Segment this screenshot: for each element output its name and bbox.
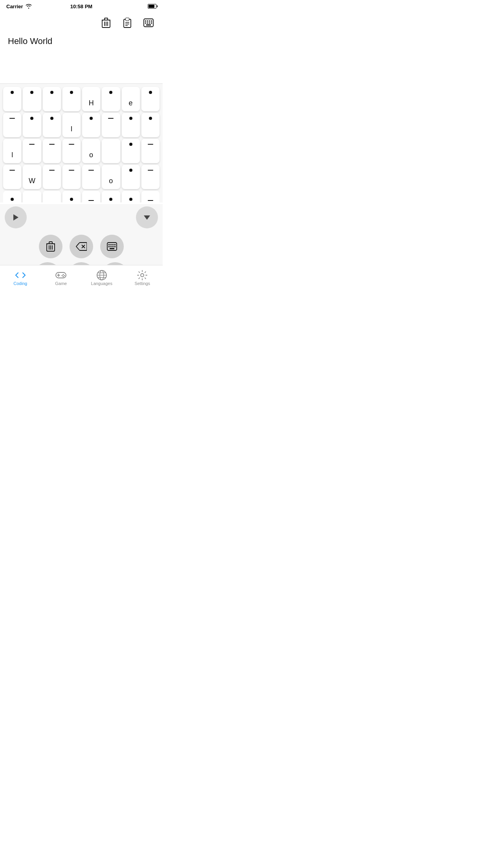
wifi-icon bbox=[26, 4, 32, 9]
braille-cell-l[interactable]: l bbox=[62, 113, 81, 137]
text-area: Hello World bbox=[0, 32, 163, 83]
braille-cell[interactable] bbox=[43, 113, 61, 137]
braille-cell[interactable] bbox=[43, 87, 61, 111]
coding-icon bbox=[15, 270, 26, 280]
game-icon bbox=[55, 270, 66, 280]
braille-cell[interactable] bbox=[122, 165, 140, 189]
svg-point-49 bbox=[64, 275, 65, 276]
svg-rect-41 bbox=[110, 248, 114, 249]
svg-rect-39 bbox=[112, 246, 114, 247]
braille-cell-e[interactable]: e bbox=[122, 87, 140, 111]
partial-cell[interactable] bbox=[23, 191, 41, 202]
battery-icon bbox=[148, 4, 156, 9]
tab-bar: Coding Game Languages bbox=[0, 265, 163, 289]
svg-point-51 bbox=[63, 276, 64, 277]
carrier-label: Carrier bbox=[6, 4, 23, 9]
status-left: Carrier bbox=[6, 4, 32, 9]
svg-marker-23 bbox=[144, 215, 150, 220]
braille-cell-l2[interactable]: l bbox=[3, 139, 21, 163]
braille-cell[interactable] bbox=[122, 139, 140, 163]
svg-rect-19 bbox=[149, 22, 150, 24]
braille-cell[interactable] bbox=[23, 87, 41, 111]
tab-languages-label: Languages bbox=[91, 281, 112, 286]
svg-rect-34 bbox=[110, 244, 112, 245]
braille-row-2: l bbox=[3, 113, 160, 137]
tab-game-label: Game bbox=[55, 281, 67, 286]
svg-rect-13 bbox=[145, 20, 146, 22]
toolbar-delete-button[interactable] bbox=[100, 17, 112, 29]
svg-rect-33 bbox=[108, 244, 110, 245]
svg-rect-16 bbox=[151, 20, 152, 22]
toolbar-clipboard-button[interactable] bbox=[121, 17, 134, 29]
action-row-1 bbox=[0, 232, 163, 261]
braille-cell-W[interactable]: W bbox=[23, 165, 41, 189]
play-button[interactable] bbox=[5, 206, 27, 228]
tab-settings[interactable]: Settings bbox=[122, 270, 163, 286]
braille-cell[interactable] bbox=[141, 113, 160, 137]
braille-cell[interactable] bbox=[82, 165, 100, 189]
status-right bbox=[148, 4, 156, 9]
braille-row-3: l o bbox=[3, 139, 160, 163]
braille-cell[interactable] bbox=[43, 165, 61, 189]
action-delete-button[interactable] bbox=[39, 235, 62, 258]
action-keyboard-button[interactable] bbox=[100, 235, 124, 258]
control-row bbox=[0, 204, 163, 232]
svg-marker-22 bbox=[13, 214, 18, 221]
svg-rect-20 bbox=[151, 22, 152, 24]
braille-cell[interactable] bbox=[102, 113, 120, 137]
text-content: Hello World bbox=[8, 36, 52, 46]
partial-cell[interactable] bbox=[3, 191, 21, 202]
settings-icon bbox=[137, 270, 148, 280]
braille-partial-row bbox=[3, 191, 160, 202]
tab-game[interactable]: Game bbox=[41, 270, 82, 286]
svg-rect-17 bbox=[145, 22, 146, 24]
braille-cell[interactable] bbox=[141, 87, 160, 111]
partial-cell[interactable] bbox=[43, 191, 61, 202]
braille-cell[interactable] bbox=[82, 113, 100, 137]
braille-cell[interactable] bbox=[141, 139, 160, 163]
svg-rect-15 bbox=[149, 20, 150, 22]
braille-cell[interactable] bbox=[62, 139, 81, 163]
partial-cell[interactable] bbox=[122, 191, 140, 202]
braille-row-1: H e bbox=[3, 84, 160, 111]
braille-cell[interactable] bbox=[43, 139, 61, 163]
partial-cell[interactable] bbox=[62, 191, 81, 202]
braille-cell[interactable] bbox=[102, 87, 120, 111]
tab-coding[interactable]: Coding bbox=[0, 270, 41, 286]
svg-rect-8 bbox=[126, 18, 129, 20]
svg-point-48 bbox=[63, 274, 64, 275]
tab-languages[interactable]: Languages bbox=[81, 270, 122, 286]
braille-cell[interactable] bbox=[23, 113, 41, 137]
braille-cell[interactable] bbox=[23, 139, 41, 163]
braille-cell[interactable] bbox=[62, 87, 81, 111]
svg-rect-37 bbox=[108, 246, 110, 247]
braille-cell[interactable] bbox=[3, 165, 21, 189]
svg-rect-40 bbox=[114, 246, 116, 247]
braille-cell[interactable] bbox=[3, 87, 21, 111]
braille-cell-o2[interactable]: o bbox=[102, 165, 120, 189]
svg-rect-35 bbox=[112, 244, 114, 245]
braille-cell[interactable] bbox=[3, 113, 21, 137]
down-button[interactable] bbox=[136, 206, 158, 228]
languages-icon bbox=[96, 270, 107, 280]
braille-cell[interactable] bbox=[62, 165, 81, 189]
svg-rect-21 bbox=[146, 24, 151, 26]
braille-cell-o[interactable]: o bbox=[82, 139, 100, 163]
action-backspace-button[interactable] bbox=[70, 235, 93, 258]
braille-cell[interactable] bbox=[141, 165, 160, 189]
braille-cell-H[interactable]: H bbox=[82, 87, 100, 111]
braille-cell[interactable] bbox=[122, 113, 140, 137]
svg-rect-36 bbox=[114, 244, 116, 245]
partial-cell[interactable] bbox=[102, 191, 120, 202]
partial-cell[interactable] bbox=[141, 191, 160, 202]
svg-rect-38 bbox=[110, 246, 112, 247]
partial-cell[interactable] bbox=[82, 191, 100, 202]
toolbar-keyboard-button[interactable] bbox=[142, 17, 155, 29]
braille-grid: H e l l o W o bbox=[0, 83, 163, 202]
toolbar bbox=[0, 12, 163, 32]
svg-point-50 bbox=[62, 275, 63, 276]
status-bar: Carrier 10:58 PM bbox=[0, 0, 163, 12]
braille-cell[interactable] bbox=[102, 139, 120, 163]
tab-coding-label: Coding bbox=[13, 281, 27, 286]
svg-rect-14 bbox=[147, 20, 148, 22]
